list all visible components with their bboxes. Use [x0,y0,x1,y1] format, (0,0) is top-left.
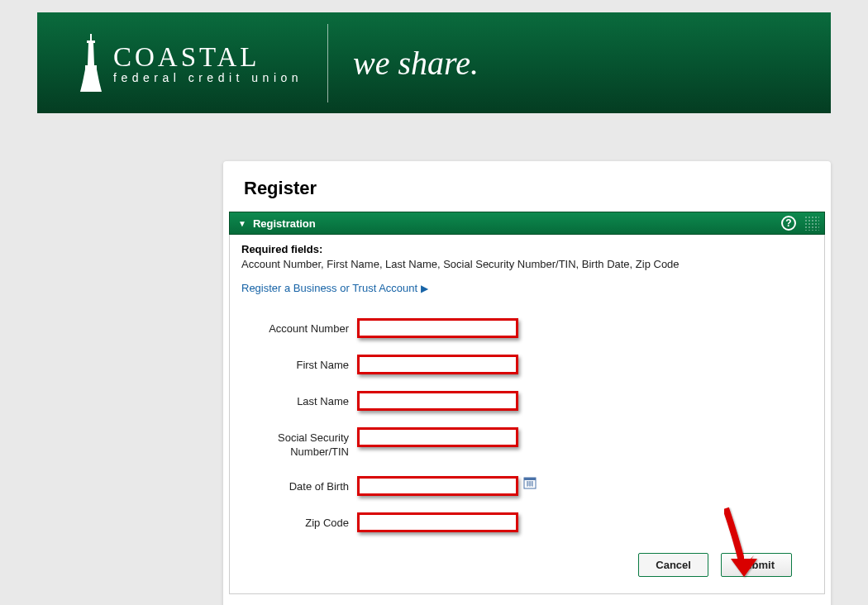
header-banner: COASTAL federal credit union we share. [37,12,831,113]
brand-name: COASTAL [113,42,303,73]
dob-input[interactable] [357,476,518,496]
collapse-icon: ▼ [238,219,246,228]
logo: COASTAL federal credit union [79,32,303,94]
help-icon[interactable]: ? [781,216,796,231]
page-title: Register [223,178,831,212]
registration-form: Account Number First Name Last Name Soci… [241,318,813,532]
ssn-label: Social Security Number/TIN [241,427,357,460]
first-name-input[interactable] [357,355,518,374]
zip-label: Zip Code [241,512,357,531]
last-name-input[interactable] [357,391,518,411]
last-name-label: Last Name [241,391,357,409]
account-number-input[interactable] [357,318,518,338]
header-divider [327,24,328,102]
svg-rect-1 [524,478,536,480]
section-label: Registration [253,217,316,230]
calendar-icon[interactable] [523,476,537,489]
register-card: Register ▼ Registration ? Required field… [223,161,831,605]
drag-handle-icon[interactable] [804,216,819,231]
lighthouse-icon [79,32,103,94]
required-fields-title: Required fields: [241,243,813,255]
ssn-input[interactable] [357,427,518,447]
registration-content: Required fields: Account Number, First N… [229,235,825,594]
zip-input[interactable] [357,512,518,532]
submit-button[interactable]: Submit [721,553,792,577]
tagline: we share. [353,44,479,83]
registration-section-header[interactable]: ▼ Registration ? [229,212,825,235]
caret-right-icon: ▶ [421,283,428,294]
first-name-label: First Name [241,355,357,373]
cancel-button[interactable]: Cancel [638,553,708,577]
brand-subtitle: federal credit union [113,71,303,84]
dob-label: Date of Birth [241,476,357,494]
register-business-link[interactable]: Register a Business or Trust Account▶ [241,282,428,294]
required-fields-list: Account Number, First Name, Last Name, S… [241,258,813,270]
account-number-label: Account Number [241,318,357,336]
